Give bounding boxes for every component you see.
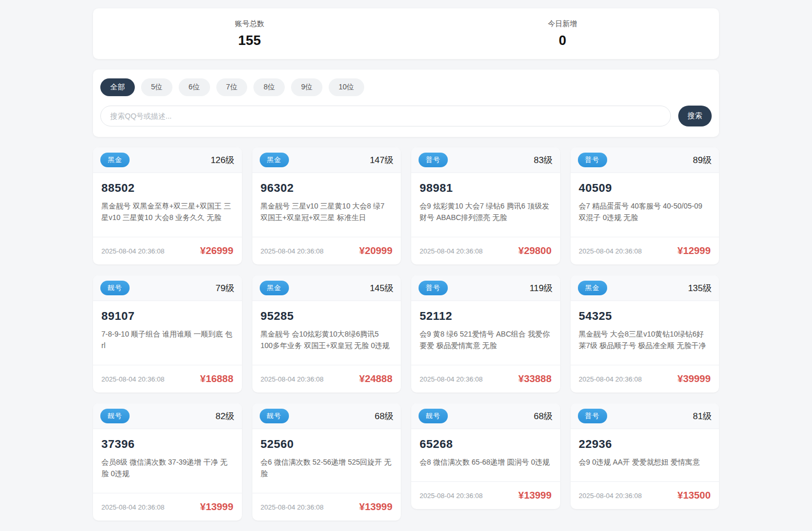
stats-panel: 账号总数 155 今日新增 0 bbox=[93, 8, 719, 59]
account-card[interactable]: 靓号 68级 52560 会6 微信满次数 52-56递增 525回旋开 无脸 … bbox=[252, 403, 401, 521]
card-body: 98981 会9 炫彩黄10 大会7 绿钻6 腾讯6 顶级发财号 ABABC排列… bbox=[411, 173, 560, 237]
price: ¥20999 bbox=[359, 245, 392, 257]
category-badge: 黑金 bbox=[578, 281, 607, 295]
account-level: 81级 bbox=[693, 410, 712, 422]
price: ¥39999 bbox=[678, 373, 711, 385]
account-card[interactable]: 普号 89级 40509 会7 精品蛋蛋号 40客服号 40-50/05-09 … bbox=[571, 147, 720, 264]
card-body: 65268 会8 微信满次数 65-68递增 圆润号 0违规 bbox=[411, 429, 560, 481]
card-header: 普号 81级 bbox=[571, 403, 720, 429]
price: ¥12999 bbox=[678, 245, 711, 257]
account-description: 会6 微信满次数 52-56递增 525回旋开 无脸 bbox=[261, 456, 393, 479]
account-description: 会9 炫彩黄10 大会7 绿钻6 腾讯6 顶级发财号 ABABC排列漂亮 无脸 bbox=[420, 200, 552, 223]
qq-number: 65268 bbox=[420, 437, 552, 451]
account-card[interactable]: 黑金 126级 88502 黑金靓号 双黑金至尊+双三星+双国王 三星v10 三… bbox=[93, 147, 242, 264]
card-footer: 2025-08-04 20:36:08 ¥13500 bbox=[571, 481, 720, 509]
account-description: 黑金靓号 大会8三星v10黄钻10绿钻6好莱7级 极品顺子号 极品准全顺 无脸干… bbox=[579, 328, 711, 351]
card-footer: 2025-08-04 20:36:08 ¥33888 bbox=[411, 365, 560, 393]
account-description: 黑金靓号 双黑金至尊+双三星+双国王 三星v10 三星黄10 大会8 业务久久 … bbox=[101, 200, 234, 223]
stat-today-label: 今日新增 bbox=[548, 19, 577, 29]
filter-tab-5-digit[interactable]: 5位 bbox=[141, 78, 172, 96]
listing-timestamp: 2025-08-04 20:36:08 bbox=[420, 247, 483, 255]
stat-total-label: 账号总数 bbox=[235, 19, 264, 29]
category-badge: 黑金 bbox=[100, 153, 130, 167]
qq-number: 52112 bbox=[420, 309, 552, 323]
stat-total-value: 155 bbox=[238, 32, 261, 49]
card-body: 54325 黑金靓号 大会8三星v10黄钻10绿钻6好莱7级 极品顺子号 极品准… bbox=[571, 301, 720, 365]
account-card[interactable]: 普号 83级 98981 会9 炫彩黄10 大会7 绿钻6 腾讯6 顶级发财号 … bbox=[411, 147, 560, 264]
account-level: 126级 bbox=[211, 154, 234, 166]
filter-tab-9-digit[interactable]: 9位 bbox=[291, 78, 322, 96]
card-footer: 2025-08-04 20:36:08 ¥20999 bbox=[252, 237, 401, 264]
card-header: 黑金 126级 bbox=[93, 147, 242, 173]
category-badge: 靓号 bbox=[100, 409, 130, 423]
card-footer: 2025-08-04 20:36:08 ¥26999 bbox=[93, 237, 242, 264]
category-badge: 普号 bbox=[578, 409, 607, 423]
card-body: 89107 7-8-9-10 顺子组合 谁用谁顺 一顺到底 包rl bbox=[93, 301, 242, 365]
category-badge: 黑金 bbox=[260, 153, 289, 167]
card-body: 22936 会9 0违规 AA开 爱爱就想妞 爱情寓意 bbox=[571, 429, 720, 481]
category-badge: 普号 bbox=[419, 153, 448, 167]
account-level: 147级 bbox=[370, 154, 393, 166]
account-description: 会员8级 微信满次数 37-39递增 干净 无脸 0违规 bbox=[101, 456, 234, 479]
qq-number: 88502 bbox=[101, 181, 234, 195]
listing-timestamp: 2025-08-04 20:36:08 bbox=[101, 503, 165, 511]
account-card[interactable]: 黑金 145级 95285 黑金靓号 会10炫彩黄10大8绿6腾讯5 100多年… bbox=[252, 275, 401, 393]
listing-timestamp: 2025-08-04 20:36:08 bbox=[420, 492, 483, 500]
listing-timestamp: 2025-08-04 20:36:08 bbox=[261, 503, 324, 511]
search-input[interactable] bbox=[100, 106, 671, 126]
account-level: 135级 bbox=[688, 282, 712, 294]
qq-number: 40509 bbox=[579, 181, 711, 195]
card-header: 靓号 68级 bbox=[411, 403, 560, 429]
account-level: 119级 bbox=[529, 282, 552, 294]
account-description: 会9 黄8 绿6 521爱情号 ABC组合 我爱你要爱 极品爱情寓意 无脸 bbox=[420, 328, 552, 351]
account-description: 黑金靓号 会10炫彩黄10大8绿6腾讯5 100多年业务 双国王+双皇冠 无脸 … bbox=[261, 328, 393, 351]
account-card[interactable]: 普号 81级 22936 会9 0违规 AA开 爱爱就想妞 爱情寓意 2025-… bbox=[571, 403, 720, 509]
category-badge: 普号 bbox=[578, 153, 607, 167]
listing-timestamp: 2025-08-04 20:36:08 bbox=[101, 375, 165, 383]
price: ¥13999 bbox=[518, 490, 551, 501]
card-footer: 2025-08-04 20:36:08 ¥12999 bbox=[571, 237, 720, 264]
filter-tab-7-digit[interactable]: 7位 bbox=[216, 78, 248, 96]
account-card[interactable]: 靓号 79级 89107 7-8-9-10 顺子组合 谁用谁顺 一顺到底 包rl… bbox=[93, 275, 242, 393]
account-card[interactable]: 普号 119级 52112 会9 黄8 绿6 521爱情号 ABC组合 我爱你要… bbox=[411, 275, 560, 393]
search-row: 搜索 bbox=[100, 106, 712, 126]
card-grid: 黑金 126级 88502 黑金靓号 双黑金至尊+双三星+双国王 三星v10 三… bbox=[93, 147, 719, 521]
account-description: 会9 0违规 AA开 爱爱就想妞 爱情寓意 bbox=[579, 456, 711, 468]
card-body: 37396 会员8级 微信满次数 37-39递增 干净 无脸 0违规 bbox=[93, 429, 242, 493]
page-container: 账号总数 155 今日新增 0 全部 5位 6位 7位 8位 9位 10位 搜索… bbox=[93, 0, 719, 521]
price: ¥16888 bbox=[200, 373, 233, 385]
qq-number: 54325 bbox=[579, 309, 711, 323]
card-footer: 2025-08-04 20:36:08 ¥24888 bbox=[252, 365, 401, 393]
search-button[interactable]: 搜索 bbox=[678, 106, 712, 126]
card-header: 靓号 79级 bbox=[93, 275, 242, 301]
account-card[interactable]: 靓号 82级 37396 会员8级 微信满次数 37-39递增 干净 无脸 0违… bbox=[93, 403, 242, 521]
qq-number: 22936 bbox=[579, 437, 711, 451]
category-badge: 靓号 bbox=[100, 281, 130, 295]
filter-tab-8-digit[interactable]: 8位 bbox=[253, 78, 285, 96]
qq-number: 95285 bbox=[261, 309, 393, 323]
filter-tab-10-digit[interactable]: 10位 bbox=[329, 78, 364, 96]
account-card[interactable]: 靓号 68级 65268 会8 微信满次数 65-68递增 圆润号 0违规 20… bbox=[411, 403, 560, 509]
account-level: 89级 bbox=[693, 154, 712, 166]
card-header: 普号 83级 bbox=[411, 147, 560, 173]
account-card[interactable]: 黑金 135级 54325 黑金靓号 大会8三星v10黄钻10绿钻6好莱7级 极… bbox=[571, 275, 720, 393]
filter-tab-all[interactable]: 全部 bbox=[100, 78, 135, 96]
listing-timestamp: 2025-08-04 20:36:08 bbox=[579, 492, 642, 500]
card-body: 95285 黑金靓号 会10炫彩黄10大8绿6腾讯5 100多年业务 双国王+双… bbox=[252, 301, 401, 365]
category-badge: 靓号 bbox=[419, 409, 448, 423]
price: ¥13500 bbox=[678, 490, 711, 501]
card-header: 靓号 68级 bbox=[252, 403, 401, 429]
account-card[interactable]: 黑金 147级 96302 黑金靓号 三星v10 三星黄10 大会8 绿7 双国… bbox=[252, 147, 401, 264]
card-body: 52112 会9 黄8 绿6 521爱情号 ABC组合 我爱你要爱 极品爱情寓意… bbox=[411, 301, 560, 365]
card-header: 靓号 82级 bbox=[93, 403, 242, 429]
listing-timestamp: 2025-08-04 20:36:08 bbox=[261, 375, 324, 383]
card-header: 普号 89级 bbox=[571, 147, 720, 173]
account-level: 145级 bbox=[370, 282, 393, 294]
filter-panel: 全部 5位 6位 7位 8位 9位 10位 搜索 bbox=[93, 70, 719, 137]
card-body: 96302 黑金靓号 三星v10 三星黄10 大会8 绿7 双国王+双皇冠+双三… bbox=[252, 173, 401, 237]
card-header: 普号 119级 bbox=[411, 275, 560, 301]
card-body: 40509 会7 精品蛋蛋号 40客服号 40-50/05-09 双混子 0违规… bbox=[571, 173, 720, 237]
card-footer: 2025-08-04 20:36:08 ¥39999 bbox=[571, 365, 720, 393]
category-badge: 黑金 bbox=[260, 281, 289, 295]
filter-tab-6-digit[interactable]: 6位 bbox=[179, 78, 210, 96]
